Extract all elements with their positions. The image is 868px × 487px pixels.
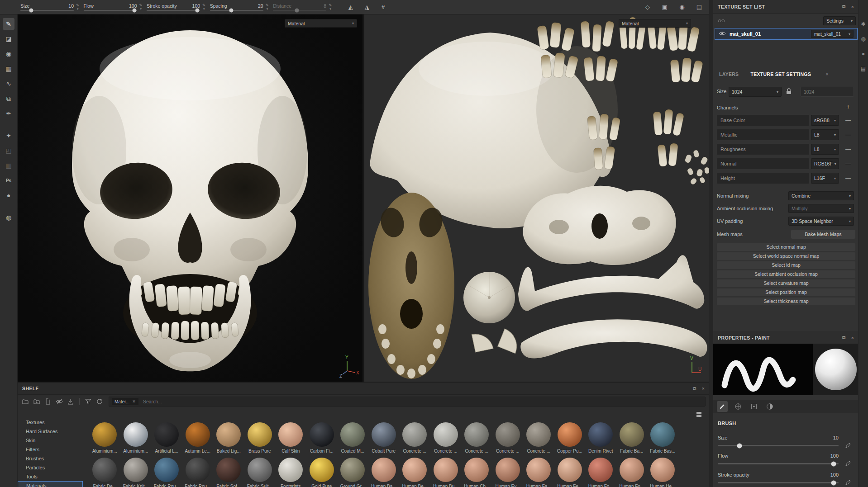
shelf-category-hard-surfaces[interactable]: Hard Surfaces (18, 427, 83, 436)
history-panel-icon[interactable]: ✱ (861, 21, 865, 27)
material-item[interactable]: Human Ey... (492, 458, 524, 487)
remove-channel-button[interactable]: — (843, 158, 854, 169)
add-resource-icon[interactable] (33, 397, 41, 406)
slider-handle[interactable] (831, 461, 836, 466)
clone-tool[interactable]: ⧉ (3, 93, 14, 104)
pressure-stylus-icon[interactable] (844, 479, 853, 486)
filter-icon[interactable] (84, 397, 92, 406)
slider-handle[interactable] (295, 9, 299, 13)
particles-tool[interactable]: ✦ (3, 130, 14, 142)
control-slider[interactable] (210, 10, 263, 11)
material-sphere-tool[interactable]: ● (3, 189, 14, 201)
size-dropdown[interactable]: 1024 ▾ (729, 87, 782, 97)
material-tab-icon[interactable] (764, 401, 775, 412)
shelf-category-materials[interactable]: Materials (18, 481, 83, 487)
grid-view-icon[interactable] (696, 411, 702, 418)
undock-icon[interactable]: ⧉ (842, 4, 846, 9)
material-item[interactable]: Human Bu... (430, 458, 462, 487)
normal-mixing-dropdown[interactable]: Combine ▾ (788, 191, 854, 200)
ao-mixing-dropdown[interactable]: Multiply ▾ (788, 204, 854, 213)
texture-set-material-dropdown[interactable]: mat_skull_01 ▾ (811, 30, 854, 38)
pressure-toggle-icon[interactable]: ✎▾ (329, 4, 332, 11)
material-item[interactable]: Concrete ... (461, 422, 492, 454)
material-item[interactable]: Fabric Rou... (182, 458, 214, 487)
shelf-category-filters[interactable]: Filters (18, 445, 83, 454)
slider-handle[interactable] (737, 443, 742, 448)
close-tab-icon[interactable]: × (825, 71, 828, 77)
refresh-icon[interactable] (95, 397, 104, 406)
material-item[interactable]: Human Ba... (368, 458, 400, 487)
paint-roller-tool[interactable]: ▥ (3, 160, 14, 171)
pressure-toggle-icon[interactable]: ✎▾ (76, 4, 80, 11)
photoshop-export-tool[interactable]: Ps (3, 175, 14, 186)
texture-set-settings-dropdown[interactable]: Settings ▾ (823, 16, 856, 25)
stencil-tab-icon[interactable] (749, 401, 759, 412)
material-item[interactable]: Copper Pu... (554, 422, 586, 454)
material-item[interactable]: Gold Pure (306, 458, 338, 487)
projection-tool[interactable]: ◉ (3, 48, 14, 60)
material-item[interactable]: Footprints (275, 458, 306, 487)
close-icon[interactable]: × (851, 4, 854, 9)
folder-icon[interactable] (21, 397, 29, 406)
pressure-stylus-icon[interactable] (844, 442, 853, 449)
control-slider[interactable] (84, 10, 137, 11)
material-item[interactable]: Fabric Suit... (244, 458, 276, 487)
material-item[interactable]: Artificial L... (151, 422, 182, 454)
transform-tool[interactable]: ◰ (3, 145, 14, 156)
channel-format-dropdown[interactable]: L8▾ (811, 129, 839, 140)
shelf-category-skin[interactable]: Skin (18, 436, 83, 445)
channel-format-dropdown[interactable]: L16F▾ (811, 173, 839, 184)
shelf-category-tools[interactable]: Tools (18, 472, 83, 481)
material-item[interactable]: Aluminium... (120, 422, 152, 454)
control-slider[interactable] (273, 10, 326, 11)
material-item[interactable]: Coated M... (337, 422, 368, 454)
screenshot-icon[interactable]: ▤ (695, 3, 704, 12)
slider-track-stroke-opacity[interactable] (718, 482, 839, 483)
filter-chip[interactable]: Mater... ✕ (112, 398, 138, 405)
pressure-stylus-icon[interactable] (844, 460, 853, 467)
material-item[interactable]: Carbon Fi... (306, 422, 338, 454)
uv-padding-dropdown[interactable]: 3D Space Neighbor ▾ (788, 217, 854, 226)
select-map-button-select-thickness-map[interactable]: Select thickness map (717, 298, 855, 305)
shader-material-dropdown-2d[interactable]: Material ▾ (619, 19, 691, 28)
material-item[interactable]: Fabric Rou... (151, 458, 182, 487)
slider-handle[interactable] (29, 9, 33, 13)
slider-track-size[interactable] (718, 445, 839, 446)
lattice-projection-icon[interactable]: # (379, 3, 388, 12)
shader-sphere-tool[interactable]: ◍ (3, 212, 14, 223)
material-item[interactable]: Fabric Bas... (647, 422, 678, 454)
slider-handle[interactable] (229, 9, 233, 13)
channel-format-dropdown[interactable]: RGB16F▾ (811, 158, 839, 169)
polygon-fill-tool[interactable]: ▦ (3, 63, 14, 75)
brush-tab-icon[interactable] (717, 401, 728, 412)
shader-settings-panel-icon[interactable]: ● (862, 51, 865, 57)
shader-material-dropdown-3d[interactable]: Material ▾ (285, 19, 357, 28)
material-picker-tool[interactable]: ✒ (3, 108, 14, 119)
material-item[interactable]: Cobalt Pure (368, 422, 400, 454)
material-item[interactable]: Human Be... (399, 458, 430, 487)
smudge-tool[interactable]: ∿ (3, 78, 14, 90)
material-item[interactable]: Ground Gr... (337, 458, 368, 487)
add-channel-icon[interactable]: + (846, 103, 850, 110)
material-item[interactable]: Concrete ... (523, 422, 554, 454)
material-item[interactable]: Concrete ... (430, 422, 462, 454)
shelf-category-brushes[interactable]: Brushes (18, 454, 83, 463)
radial-symmetry-icon[interactable]: ◮ (362, 3, 372, 12)
select-map-button-select-id-map[interactable]: Select id map (717, 261, 855, 269)
shelf-category-particles[interactable]: Particles (18, 463, 83, 472)
close-icon[interactable]: × (851, 335, 854, 340)
paint-tool[interactable]: ✎ (3, 18, 14, 30)
remove-channel-button[interactable]: — (843, 115, 854, 126)
shelf-search-field[interactable]: Mater... ✕ (109, 397, 706, 407)
document-icon[interactable] (44, 397, 52, 406)
material-item[interactable]: Fabric Knit... (120, 458, 152, 487)
material-item[interactable]: Autumn Le... (182, 422, 214, 454)
close-icon[interactable]: × (702, 386, 705, 391)
material-item[interactable]: Human Ch... (461, 458, 492, 487)
camera-view-icon[interactable]: ◉ (677, 3, 687, 12)
material-item[interactable]: Concrete ... (399, 422, 430, 454)
material-item[interactable]: Human Fa... (523, 458, 554, 487)
material-item[interactable]: Aluminium... (89, 422, 120, 454)
select-map-button-select-position-map[interactable]: Select position map (717, 288, 855, 296)
shelf-category-textures[interactable]: Textures (18, 418, 83, 427)
